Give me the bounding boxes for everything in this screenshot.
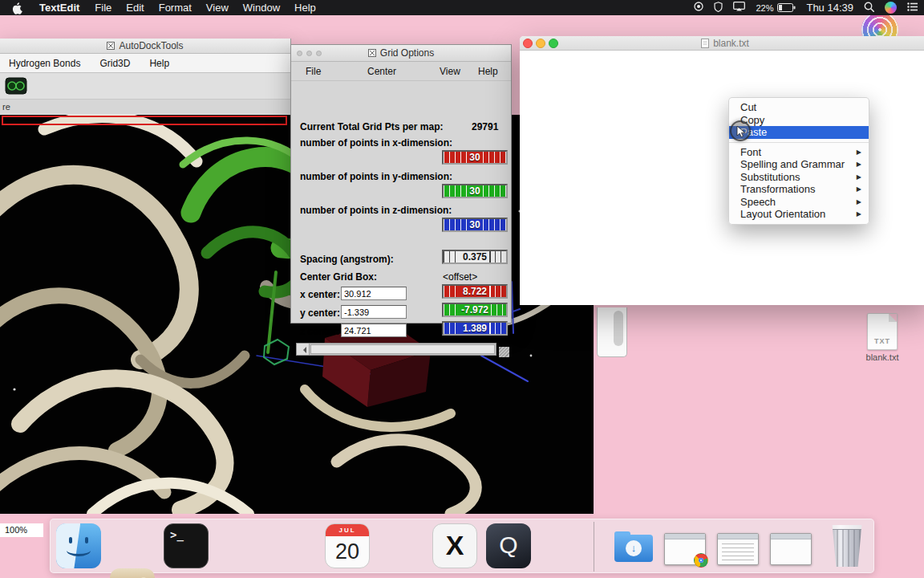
thumbnail-text-lines — [722, 543, 754, 560]
window-proxy-icon — [107, 42, 115, 50]
menubar-menu-view[interactable]: View — [199, 2, 236, 14]
trash-rim — [831, 525, 863, 530]
txt-badge: TXT — [868, 337, 897, 345]
z-dim-thumbwheel[interactable]: 30 — [442, 218, 508, 232]
dock-calendar-icon[interactable]: JUL 20 — [325, 523, 370, 568]
trash-basket — [831, 525, 863, 567]
grid-menu-help[interactable]: Help — [478, 66, 498, 77]
thumbnail-titlebar — [771, 534, 811, 539]
notification-center-icon[interactable] — [907, 2, 918, 14]
minimize-button[interactable] — [536, 39, 545, 48]
adt-window-title: AutoDockTools — [119, 40, 183, 51]
spotlight-search-icon[interactable] — [864, 2, 874, 14]
context-menu-item-font[interactable]: Font ▶ — [729, 146, 869, 159]
grid-menu-view[interactable]: View — [440, 66, 460, 77]
zoom-button[interactable] — [549, 39, 558, 48]
scrollbar-left-arrow[interactable] — [297, 344, 310, 355]
siri-icon[interactable] — [885, 2, 897, 14]
total-grid-pts-value: 29791 — [472, 121, 498, 132]
apple-logo-icon — [12, 2, 22, 14]
grid-menu-center[interactable]: Center — [367, 66, 396, 77]
menu-item-label: Speech — [740, 196, 776, 209]
dock-minimized-blank-window[interactable] — [770, 533, 812, 565]
adt-menu-grid3d[interactable]: Grid3D — [99, 58, 130, 69]
system-menubar: TextEdit File Edit Format View Window He… — [0, 0, 924, 15]
textedit-titlebar[interactable]: blank.txt — [520, 36, 924, 51]
grid-options-window: Grid Options File Center View Help Curre… — [290, 44, 512, 324]
dock-downloads-folder-icon[interactable]: ↓ — [611, 523, 656, 568]
context-menu-item-transformations[interactable]: Transformations ▶ — [729, 183, 869, 196]
fragment-scrollbar — [614, 311, 623, 346]
context-menu-item-copy[interactable]: Copy — [729, 114, 869, 127]
grid-options-menubar: File Center View Help — [291, 62, 511, 81]
menu-item-label: Transformations — [740, 183, 815, 196]
battery-percent: 22% — [756, 3, 773, 13]
bird-photo-artwork — [110, 568, 155, 578]
adt-clipped-widget-row: re — [0, 100, 290, 114]
thumbwheel-ticks — [483, 219, 506, 230]
horizontal-scrollbar[interactable] — [296, 343, 496, 356]
adt-menu-hydrogen-bonds[interactable]: Hydrogen Bonds — [9, 58, 80, 69]
menubar-menu-help[interactable]: Help — [287, 2, 323, 14]
adt-menu-help[interactable]: Help — [149, 58, 169, 69]
window-fragment — [597, 307, 627, 357]
menubar-left: TextEdit File Edit Format View Window He… — [0, 0, 323, 15]
dock-minimized-browser-window[interactable] — [664, 533, 706, 565]
menubar-menu-file[interactable]: File — [87, 2, 119, 14]
submenu-arrow-icon: ▶ — [857, 158, 861, 171]
menubar-app-name[interactable]: TextEdit — [31, 2, 87, 14]
spacing-value: 0.375 — [460, 251, 489, 263]
grid-menu-file[interactable]: File — [306, 66, 321, 77]
menubar-clock[interactable]: Thu 14:39 — [806, 2, 853, 14]
dock-terminal-icon[interactable]: >_ — [164, 523, 209, 568]
context-menu-item-speech[interactable]: Speech ▶ — [729, 196, 869, 209]
desktop: AutoDockTools Hydrogen Bonds Grid3D Help… — [0, 0, 924, 578]
menubar-menu-window[interactable]: Window — [236, 2, 287, 14]
dock-x11-icon[interactable]: X — [432, 523, 477, 568]
z-center-entry[interactable] — [341, 324, 407, 337]
adt-partial-text: re — [2, 102, 10, 112]
x-center-entry[interactable] — [341, 287, 407, 300]
dock-finder-icon[interactable] — [56, 523, 101, 568]
scrollbar-thumb[interactable] — [310, 344, 495, 354]
y-dim-thumbwheel[interactable]: 30 — [442, 184, 508, 198]
shield-icon[interactable] — [714, 2, 723, 14]
battery-status[interactable]: 22% — [756, 3, 796, 13]
y-center-thumbwheel[interactable]: -7.972 — [442, 303, 508, 317]
chrome-app-badge-icon — [694, 553, 708, 568]
terminal-prompt-glyph: >_ — [170, 528, 184, 541]
x-center-thumbwheel[interactable]: 8.722 — [442, 284, 508, 299]
context-menu-item-substitutions[interactable]: Substitutions ▶ — [729, 171, 869, 184]
zoom-value: 100% — [5, 525, 27, 535]
close-button[interactable] — [523, 39, 533, 48]
autodocktools-titlebar[interactable]: AutoDockTools — [0, 39, 290, 54]
window-resize-grip[interactable] — [499, 347, 509, 357]
grid-options-titlebar[interactable]: Grid Options — [291, 45, 511, 62]
thumbwheel-ticks — [483, 185, 506, 197]
calendar-month: JUL — [326, 524, 369, 536]
z-center-thumbwheel[interactable]: 1.389 — [442, 321, 508, 336]
dock-quicktime-icon[interactable]: Q — [486, 523, 531, 568]
dock-minimized-document-window[interactable] — [717, 533, 759, 565]
dock-trash-icon[interactable] — [825, 523, 869, 569]
grid-options-window-buttons[interactable] — [297, 51, 322, 56]
y-center-entry[interactable] — [341, 305, 407, 319]
z-center-wheel-value: 1.389 — [460, 323, 489, 334]
submenu-arrow-icon: ▶ — [857, 171, 861, 184]
context-menu-item-cut[interactable]: Cut — [729, 101, 869, 114]
context-menu-item-layout-orientation[interactable]: Layout Orientation ▶ — [729, 208, 869, 221]
apple-menu[interactable] — [0, 2, 31, 14]
y-dim-label: number of points in y-dimension: — [300, 171, 452, 182]
airplay-display-icon[interactable] — [733, 2, 745, 14]
menubar-menu-edit[interactable]: Edit — [119, 2, 151, 14]
adt-goggles-icon[interactable] — [5, 76, 27, 96]
dock-photo-viewer-icon[interactable] — [110, 568, 155, 578]
thumbnail-titlebar — [718, 534, 758, 539]
record-icon[interactable] — [694, 2, 703, 14]
traffic-lights — [523, 39, 558, 48]
spacing-thumbwheel[interactable]: 0.375 — [442, 250, 508, 264]
desktop-file-blank-txt[interactable]: TXT blank.txt — [860, 313, 905, 362]
menubar-menu-format[interactable]: Format — [152, 2, 199, 14]
context-menu-item-spelling-and-grammar[interactable]: Spelling and Grammar ▶ — [729, 158, 869, 171]
x-dim-thumbwheel[interactable]: 30 — [442, 150, 508, 165]
